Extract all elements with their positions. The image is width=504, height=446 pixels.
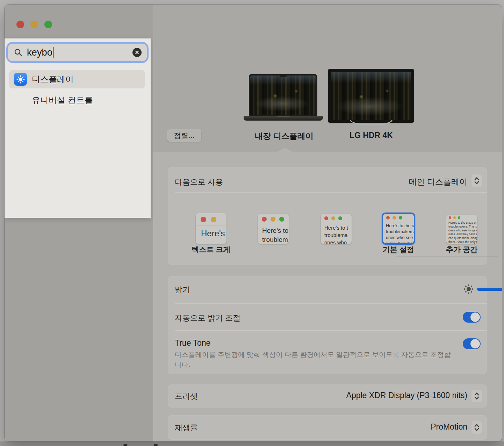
refresh-rate-value: ProMotion bbox=[431, 422, 467, 432]
resolution-card: 다음으로 사용 메인 디스플레이 Here's bbox=[168, 167, 487, 265]
search-query-text: keybo bbox=[27, 47, 52, 58]
preset-popup-button[interactable] bbox=[471, 390, 482, 402]
mini-red-dot bbox=[201, 217, 206, 222]
mini-green-dot bbox=[338, 216, 342, 220]
use-as-label: 다음으로 사용 bbox=[175, 177, 223, 187]
mini-green-dot bbox=[279, 217, 284, 222]
brightness-card: 밝기 bbox=[168, 276, 487, 374]
mini-green-dot bbox=[399, 216, 402, 220]
preset-label: 프리셋 bbox=[175, 391, 198, 402]
search-input[interactable]: keybo bbox=[8, 43, 147, 62]
display-brightness-icon bbox=[14, 73, 27, 86]
text-size-option-5[interactable]: Here's to the crazy one troublemakers. T… bbox=[446, 215, 477, 244]
use-as-value: 메인 디스플레이 bbox=[409, 177, 467, 187]
mini-yellow-dot bbox=[393, 216, 396, 220]
text-caret bbox=[53, 47, 54, 58]
text-size-option-default[interactable]: Here's to the cr troublemakers. ones who… bbox=[382, 213, 415, 245]
preset-card: 프리셋 Apple XDR Display (P3-1600 nits) bbox=[168, 384, 487, 408]
toggle-knob bbox=[470, 312, 480, 322]
zoom-window-button[interactable] bbox=[44, 21, 52, 28]
external-display-thumbnail[interactable] bbox=[328, 69, 414, 123]
true-tone-toggle[interactable] bbox=[463, 338, 481, 349]
search-results-panel: keybo bbox=[5, 38, 151, 218]
sidebar: keybo bbox=[5, 5, 153, 441]
selected-display-pointer bbox=[277, 148, 293, 152]
text-size-more-space-label: 추가 공간 bbox=[427, 245, 497, 254]
divider bbox=[175, 303, 487, 304]
mini-yellow-dot bbox=[331, 216, 335, 220]
sun-dim-icon bbox=[462, 282, 475, 297]
refresh-rate-card: 재생률 ProMotion bbox=[168, 415, 487, 440]
builtin-display-thumbnail[interactable] bbox=[249, 74, 317, 116]
mini-green-dot bbox=[458, 216, 460, 219]
true-tone-description: 디스플레이를 주변광에 맞춰 색상이 다른 환경에서도 일관적으로 보이도록 자… bbox=[175, 350, 451, 370]
refresh-rate-popup-button[interactable] bbox=[471, 421, 482, 434]
display-picker-area bbox=[153, 5, 502, 152]
arrange-button[interactable]: 정렬... bbox=[167, 129, 201, 142]
text-size-option-1[interactable]: Here's bbox=[196, 213, 226, 244]
magnifier-icon bbox=[14, 48, 23, 57]
clear-search-button[interactable] bbox=[132, 48, 142, 57]
external-display-wallpaper bbox=[331, 72, 411, 120]
preset-value: Apple XDR Display (P3-1600 nits) bbox=[346, 391, 467, 400]
brightness-slider-fill bbox=[477, 288, 502, 291]
mini-red-dot bbox=[324, 216, 328, 220]
camera-notch bbox=[280, 75, 287, 77]
divider bbox=[175, 192, 487, 193]
search-result-label: 디스플레이 bbox=[32, 74, 74, 85]
mini-red-dot bbox=[262, 217, 267, 222]
toggle-knob bbox=[470, 339, 480, 348]
auto-brightness-label: 자동으로 밝기 조절 bbox=[175, 313, 240, 323]
mini-yellow-dot bbox=[453, 216, 456, 219]
brightness-slider[interactable] bbox=[477, 288, 502, 291]
system-settings-window: keybo bbox=[5, 5, 502, 441]
divider bbox=[175, 330, 487, 331]
refresh-rate-label: 재생률 bbox=[175, 423, 198, 433]
true-tone-label: True Tone bbox=[175, 338, 210, 348]
external-display-label: LG HDR 4K bbox=[319, 131, 424, 140]
screen: ssh-keygen keybo bbox=[0, 0, 504, 446]
mini-yellow-dot bbox=[271, 217, 275, 222]
auto-brightness-toggle[interactable] bbox=[463, 312, 481, 323]
mini-red-dot bbox=[449, 216, 451, 219]
search-result-universal-control[interactable]: 유니버설 컨트롤 bbox=[9, 91, 145, 109]
use-as-popup-button[interactable] bbox=[471, 174, 482, 187]
mini-red-dot bbox=[386, 216, 390, 220]
background-window-strip: ssh-keygen bbox=[0, 441, 504, 446]
text-size-default-label: 기본 설정 bbox=[363, 245, 433, 254]
text-size-option-2[interactable]: Here's to troublem bbox=[258, 214, 289, 244]
laptop-base bbox=[244, 116, 323, 121]
brightness-label: 밝기 bbox=[175, 285, 190, 295]
text-size-larger-label: 텍스트 크게 bbox=[176, 245, 246, 254]
text-size-option-3[interactable]: Here's to t troublema ones who bbox=[321, 214, 352, 244]
text-size-track-line bbox=[396, 257, 498, 257]
display-settings-pane: 다음으로 사용 메인 디스플레이 Here's bbox=[153, 152, 502, 441]
close-window-button[interactable] bbox=[16, 21, 24, 28]
builtin-display-wallpaper bbox=[250, 75, 316, 115]
search-result-display[interactable]: 디스플레이 bbox=[9, 70, 145, 88]
mini-yellow-dot bbox=[211, 217, 216, 222]
minimize-window-button[interactable] bbox=[30, 21, 38, 28]
search-result-label: 유니버설 컨트롤 bbox=[32, 95, 93, 106]
